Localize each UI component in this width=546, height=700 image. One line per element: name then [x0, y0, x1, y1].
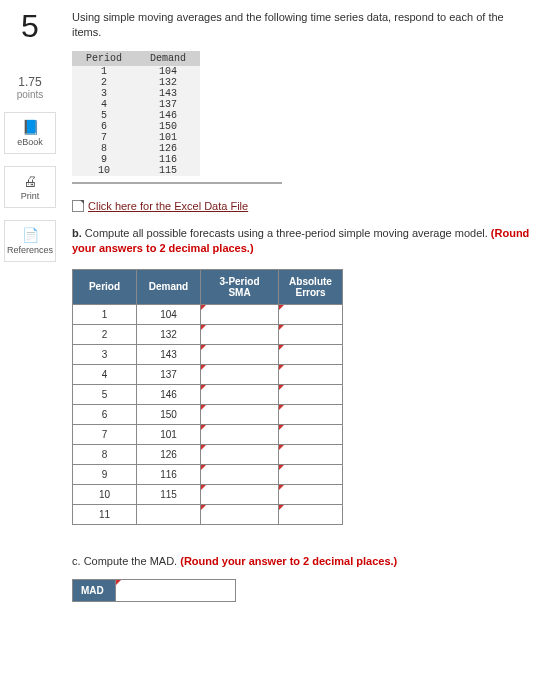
- table-cell: 10: [72, 165, 136, 176]
- ans-col-sma: 3-Period SMA: [201, 269, 279, 304]
- cell-error-input[interactable]: [279, 384, 343, 404]
- cell-period: 9: [73, 464, 137, 484]
- table-row: 6150: [73, 404, 343, 424]
- cell-demand: 150: [137, 404, 201, 424]
- cell-demand: 143: [137, 344, 201, 364]
- table-row: 11: [73, 504, 343, 524]
- cell-sma-input[interactable]: [201, 324, 279, 344]
- mad-row: MAD: [72, 579, 534, 602]
- table-row: 8126: [72, 143, 200, 154]
- cell-period: 5: [73, 384, 137, 404]
- cell-period: 11: [73, 504, 137, 524]
- tool-ebook[interactable]: 📘 eBook: [4, 112, 56, 154]
- cell-period: 7: [73, 424, 137, 444]
- table-row: 7101: [73, 424, 343, 444]
- mad-label: MAD: [72, 579, 116, 602]
- table-cell: 6: [72, 121, 136, 132]
- cell-sma-input[interactable]: [201, 504, 279, 524]
- tool-print[interactable]: 🖨 Print: [4, 166, 56, 208]
- cell-error-input[interactable]: [279, 304, 343, 324]
- intro-text: Using simple moving averages and the fol…: [72, 10, 534, 41]
- cell-period: 8: [73, 444, 137, 464]
- cell-demand: 146: [137, 384, 201, 404]
- table-cell: 132: [136, 77, 200, 88]
- cell-sma-input[interactable]: [201, 404, 279, 424]
- table-cell: 7: [72, 132, 136, 143]
- table-divider: [72, 182, 282, 184]
- cell-period: 4: [73, 364, 137, 384]
- cell-period: 3: [73, 344, 137, 364]
- table-row: 5146: [72, 110, 200, 121]
- tool-references[interactable]: 📄 References: [4, 220, 56, 262]
- mad-input[interactable]: [116, 579, 236, 602]
- table-row: 4137: [73, 364, 343, 384]
- ebook-icon: 📘: [7, 119, 53, 135]
- cell-sma-input[interactable]: [201, 344, 279, 364]
- excel-link[interactable]: Click here for the Excel Data File: [72, 200, 248, 212]
- table-row: 2132: [72, 77, 200, 88]
- table-cell: 5: [72, 110, 136, 121]
- table-cell: 126: [136, 143, 200, 154]
- cell-demand: 116: [137, 464, 201, 484]
- table-cell: 101: [136, 132, 200, 143]
- table-cell: 3: [72, 88, 136, 99]
- cell-error-input[interactable]: [279, 404, 343, 424]
- table-row: 1104: [73, 304, 343, 324]
- tool-label: Print: [21, 191, 40, 201]
- ans-col-demand: Demand: [137, 269, 201, 304]
- table-cell: 9: [72, 154, 136, 165]
- tool-label: References: [7, 245, 53, 255]
- cell-error-input[interactable]: [279, 344, 343, 364]
- cell-error-input[interactable]: [279, 424, 343, 444]
- cell-period: 10: [73, 484, 137, 504]
- table-cell: 150: [136, 121, 200, 132]
- question-number: 5: [4, 8, 56, 45]
- col-demand: Demand: [136, 51, 200, 66]
- cell-error-input[interactable]: [279, 484, 343, 504]
- cell-period: 6: [73, 404, 137, 424]
- cell-sma-input[interactable]: [201, 304, 279, 324]
- table-row: 10115: [72, 165, 200, 176]
- table-cell: 8: [72, 143, 136, 154]
- cell-sma-input[interactable]: [201, 444, 279, 464]
- cell-sma-input[interactable]: [201, 424, 279, 444]
- table-cell: 1: [72, 66, 136, 77]
- table-row: 3143: [72, 88, 200, 99]
- cell-sma-input[interactable]: [201, 484, 279, 504]
- cell-error-input[interactable]: [279, 444, 343, 464]
- table-row: 3143: [73, 344, 343, 364]
- file-icon: [72, 200, 84, 212]
- part-b: b. Compute all possible forecasts using …: [72, 226, 534, 257]
- cell-demand: 104: [137, 304, 201, 324]
- cell-demand: 101: [137, 424, 201, 444]
- answer-table: Period Demand 3-Period SMA Absolute Erro…: [72, 269, 343, 525]
- table-row: 10115: [73, 484, 343, 504]
- table-row: 6150: [72, 121, 200, 132]
- tool-label: eBook: [17, 137, 43, 147]
- cell-sma-input[interactable]: [201, 384, 279, 404]
- main-content: Using simple moving averages and the fol…: [60, 0, 546, 622]
- cell-error-input[interactable]: [279, 504, 343, 524]
- cell-demand: 115: [137, 484, 201, 504]
- cell-sma-input[interactable]: [201, 464, 279, 484]
- table-row: 9116: [72, 154, 200, 165]
- table-row: 4137: [72, 99, 200, 110]
- part-b-text: Compute all possible forecasts using a t…: [85, 227, 488, 239]
- cell-period: 2: [73, 324, 137, 344]
- cell-error-input[interactable]: [279, 464, 343, 484]
- cell-demand: 137: [137, 364, 201, 384]
- table-cell: 2: [72, 77, 136, 88]
- cell-sma-input[interactable]: [201, 364, 279, 384]
- table-cell: 115: [136, 165, 200, 176]
- part-c-text: Compute the MAD.: [84, 555, 178, 567]
- cell-error-input[interactable]: [279, 324, 343, 344]
- cell-error-input[interactable]: [279, 364, 343, 384]
- table-cell: 137: [136, 99, 200, 110]
- table-row: 7101: [72, 132, 200, 143]
- table-row: 9116: [73, 464, 343, 484]
- table-row: 8126: [73, 444, 343, 464]
- table-cell: 4: [72, 99, 136, 110]
- col-period: Period: [72, 51, 136, 66]
- part-c: c. Compute the MAD. (Round your answer t…: [72, 555, 534, 567]
- table-row: 1104: [72, 66, 200, 77]
